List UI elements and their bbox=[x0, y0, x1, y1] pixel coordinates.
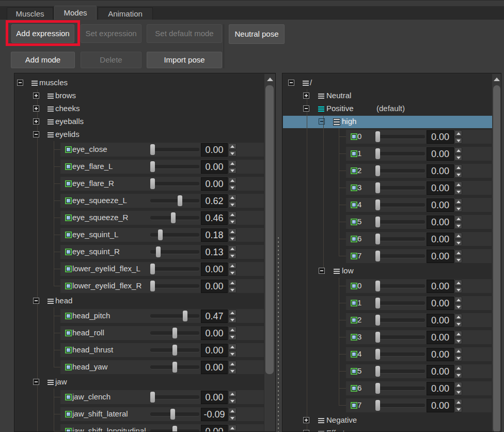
spinbox-up-button[interactable] bbox=[228, 344, 237, 350]
spinbox-value[interactable]: 0.00 bbox=[427, 314, 454, 327]
spinbox-up-button[interactable] bbox=[228, 327, 237, 333]
slider-handle[interactable] bbox=[156, 246, 161, 257]
muscle-checkbox-icon[interactable] bbox=[351, 368, 357, 375]
muscle-checkbox-icon[interactable] bbox=[351, 236, 357, 242]
spinbox-value[interactable]: 0.00 bbox=[201, 361, 228, 374]
spinbox-value[interactable]: 0.00 bbox=[427, 250, 454, 263]
neutral-pose-button[interactable]: Neutral pose bbox=[229, 24, 285, 44]
spinbox-up-button[interactable] bbox=[228, 177, 237, 183]
muscle-checkbox-icon[interactable] bbox=[65, 197, 72, 204]
slider-track[interactable] bbox=[375, 152, 425, 156]
spinbox-down-button[interactable] bbox=[454, 155, 462, 161]
muscle-checkbox-icon[interactable] bbox=[351, 300, 357, 306]
muscle-checkbox-icon[interactable] bbox=[65, 266, 72, 272]
muscle-checkbox-icon[interactable] bbox=[65, 232, 72, 238]
slider-track[interactable] bbox=[375, 369, 425, 373]
spinbox-value[interactable]: 0.62 bbox=[201, 194, 228, 208]
spinbox-value[interactable]: 0.00 bbox=[427, 348, 454, 361]
muscle-checkbox-icon[interactable] bbox=[65, 347, 72, 353]
spinbox-down-button[interactable] bbox=[454, 172, 462, 178]
slider-handle[interactable] bbox=[375, 165, 380, 176]
spinbox-value[interactable]: 0.00 bbox=[427, 297, 454, 310]
spinbox-down-button[interactable] bbox=[454, 406, 462, 412]
slider-handle[interactable] bbox=[375, 182, 380, 193]
expand-icon[interactable] bbox=[303, 430, 309, 432]
collapse-icon[interactable] bbox=[288, 80, 294, 86]
spinbox-up-button[interactable] bbox=[454, 147, 462, 153]
spinbox-value[interactable]: 0.00 bbox=[427, 198, 454, 212]
spinbox-up-button[interactable] bbox=[228, 361, 237, 367]
collapse-icon[interactable] bbox=[303, 105, 309, 112]
panel-splitter-handle[interactable] bbox=[276, 73, 281, 432]
slider-handle[interactable] bbox=[178, 195, 182, 206]
muscle-checkbox-icon[interactable] bbox=[65, 364, 72, 371]
slider-handle[interactable] bbox=[375, 349, 380, 360]
spinbox-down-button[interactable] bbox=[454, 321, 462, 327]
spinbox-up-button[interactable] bbox=[228, 280, 237, 286]
spinbox-up-button[interactable] bbox=[228, 425, 237, 431]
slider-handle[interactable] bbox=[375, 400, 380, 411]
slider-handle[interactable] bbox=[375, 217, 380, 227]
spinbox-value[interactable]: 0.00 bbox=[201, 280, 228, 293]
spinbox-down-button[interactable] bbox=[454, 206, 462, 212]
spinbox-value[interactable]: 0.00 bbox=[427, 331, 454, 344]
slider-handle[interactable] bbox=[150, 178, 155, 189]
muscle-checkbox-icon[interactable] bbox=[65, 214, 72, 221]
spinbox-down-button[interactable] bbox=[454, 355, 462, 361]
muscle-checkbox-icon[interactable] bbox=[351, 317, 357, 323]
slider-handle[interactable] bbox=[375, 332, 380, 343]
expand-icon[interactable] bbox=[303, 92, 309, 99]
spinbox-down-button[interactable] bbox=[454, 189, 462, 195]
slider-track[interactable] bbox=[150, 182, 199, 186]
slider-handle[interactable] bbox=[183, 311, 187, 321]
spinbox-value[interactable]: 0.00 bbox=[427, 399, 454, 412]
muscle-checkbox-icon[interactable] bbox=[65, 146, 72, 153]
collapse-icon[interactable] bbox=[17, 80, 23, 86]
spinbox-value[interactable]: 0.00 bbox=[201, 177, 228, 191]
spinbox-value[interactable]: 0.00 bbox=[201, 425, 228, 432]
spinbox-down-button[interactable] bbox=[454, 304, 462, 310]
slider-handle[interactable] bbox=[158, 229, 163, 240]
slider-handle[interactable] bbox=[375, 315, 380, 326]
spinbox-value[interactable]: 0.00 bbox=[201, 143, 228, 157]
slider-handle[interactable] bbox=[172, 362, 177, 373]
spinbox-down-button[interactable] bbox=[228, 334, 237, 340]
spinbox-down-button[interactable] bbox=[454, 287, 462, 293]
spinbox-down-button[interactable] bbox=[228, 415, 237, 421]
spinbox-up-button[interactable] bbox=[228, 194, 237, 200]
muscle-checkbox-icon[interactable] bbox=[65, 330, 72, 336]
spinbox-down-button[interactable] bbox=[454, 389, 462, 395]
spinbox-value[interactable]: -0.09 bbox=[201, 408, 228, 421]
spinbox-up-button[interactable] bbox=[228, 245, 237, 252]
spinbox-up-button[interactable] bbox=[454, 331, 462, 337]
spinbox-down-button[interactable] bbox=[228, 219, 237, 225]
spinbox-value[interactable]: 0.00 bbox=[427, 382, 454, 395]
muscle-checkbox-icon[interactable] bbox=[351, 133, 357, 140]
slider-track[interactable] bbox=[150, 284, 199, 288]
slider-handle[interactable] bbox=[375, 366, 380, 377]
spinbox-up-button[interactable] bbox=[228, 408, 237, 414]
slider-handle[interactable] bbox=[375, 281, 380, 291]
slider-track[interactable] bbox=[375, 318, 425, 322]
spinbox-up-button[interactable] bbox=[228, 160, 237, 166]
spinbox-up-button[interactable] bbox=[454, 399, 462, 405]
spinbox-up-button[interactable] bbox=[454, 164, 462, 171]
slider-handle[interactable] bbox=[375, 131, 380, 142]
slider-handle[interactable] bbox=[375, 298, 380, 308]
spinbox-up-button[interactable] bbox=[454, 280, 462, 286]
spinbox-up-button[interactable] bbox=[454, 297, 462, 303]
slider-handle[interactable] bbox=[172, 328, 177, 338]
spinbox-down-button[interactable] bbox=[454, 137, 462, 144]
add-mode-button[interactable]: Add mode bbox=[11, 52, 75, 68]
slider-track[interactable] bbox=[150, 314, 199, 318]
tab-modes[interactable]: Modes bbox=[54, 6, 97, 20]
muscle-checkbox-icon[interactable] bbox=[65, 163, 72, 170]
spinbox-down-button[interactable] bbox=[228, 202, 237, 208]
spinbox-down-button[interactable] bbox=[228, 167, 237, 174]
muscle-checkbox-icon[interactable] bbox=[65, 249, 72, 255]
muscle-checkbox-icon[interactable] bbox=[351, 351, 357, 358]
slider-track[interactable] bbox=[375, 301, 425, 305]
spinbox-up-button[interactable] bbox=[454, 130, 462, 136]
spinbox-value[interactable]: 0.00 bbox=[427, 280, 454, 293]
slider-track[interactable] bbox=[375, 254, 425, 258]
